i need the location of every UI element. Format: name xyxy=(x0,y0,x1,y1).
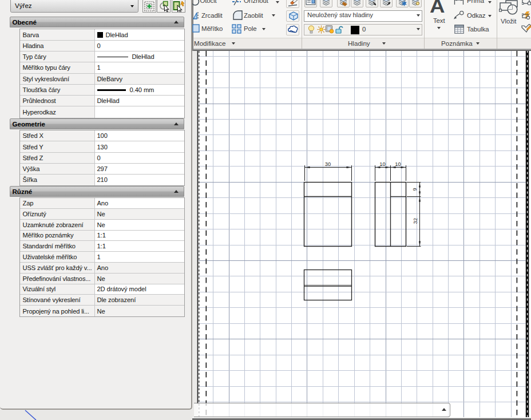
svg-text:10: 10 xyxy=(395,161,401,167)
svg-text:9: 9 xyxy=(413,188,418,191)
svg-text:32: 32 xyxy=(413,218,418,224)
svg-text:30: 30 xyxy=(325,161,331,167)
svg-text:10: 10 xyxy=(379,161,385,167)
